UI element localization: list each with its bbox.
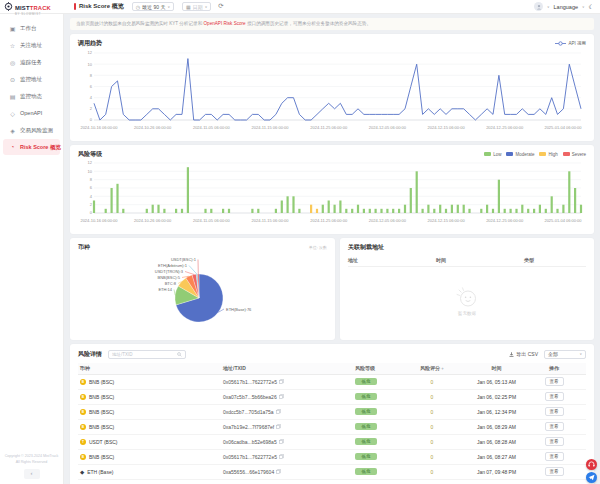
sidebar-item-risk-score-overview[interactable]: ◔Risk Score 概览: [3, 139, 60, 155]
svg-text:2024-11-05 06:00:00: 2024-11-05 06:00:00: [193, 125, 231, 130]
followed-addresses-icon: ☆: [9, 42, 16, 49]
address-text[interactable]: 0xa07c5b7...5b66bea26: [223, 394, 277, 400]
copy-icon[interactable]: [276, 469, 281, 474]
date-picker[interactable]: ▦ 日期 ∨: [182, 2, 211, 11]
risk-score: 0: [405, 439, 459, 445]
risk-score: 0: [405, 409, 459, 415]
monitored-addresses-icon: ⊙: [9, 76, 16, 83]
view-button[interactable]: 查看: [545, 467, 564, 476]
misttrack-app: MISTTRACK BY SLOWMIST Risk Score 概览 ◷ 最近…: [0, 0, 600, 484]
risk-details-card: 风险详情 导出 CSV: [70, 344, 594, 484]
sanctioned-addresses-title: 关联制裁地址: [348, 243, 384, 252]
details-column-header: 地址/TXID: [223, 365, 355, 371]
top-header: MISTTRACK BY SLOWMIST Risk Score 概览 ◷ 最近…: [0, 0, 600, 14]
legend-item-moderate[interactable]: Moderate: [506, 152, 534, 157]
address-text[interactable]: 0xa55656...66e179604: [223, 469, 274, 475]
svg-text:2024-12-05 06:00:00: 2024-12-05 06:00:00: [369, 218, 407, 223]
sidebar-item-monitoring-feed[interactable]: ▤监控动态: [3, 88, 60, 104]
filter-select[interactable]: 全部 ∨: [544, 350, 586, 359]
coin-icon: B: [80, 424, 86, 430]
time-range-select[interactable]: ◷ 最近 90 天 ∨: [132, 2, 174, 11]
svg-text:12: 12: [88, 160, 93, 165]
coin-name: ETH (Base): [87, 469, 113, 475]
svg-text:0: 0: [90, 117, 93, 122]
sidebar-item-followed-addresses[interactable]: ☆关注地址: [3, 37, 60, 53]
refresh-icon[interactable]: ⟳: [218, 3, 223, 10]
copy-icon[interactable]: [279, 379, 284, 384]
brand-name: MISTTRACK: [15, 5, 51, 11]
sidebar-item-openapi[interactable]: ◇OpenAPI: [3, 105, 60, 121]
empty-state-text: 暂无数据: [458, 311, 476, 316]
dark-mode-toggle-icon[interactable]: ☾: [589, 3, 594, 10]
copy-icon[interactable]: [276, 409, 281, 414]
details-column-header[interactable]: 风险评分▲▼: [405, 365, 459, 371]
sidebar-item-tracking-tasks[interactable]: ◎追踪任务: [3, 54, 60, 70]
address-text[interactable]: 0x05617b1...7622772e5: [223, 454, 277, 460]
address-text[interactable]: 0xa7b19e2...7f79687ef: [223, 424, 274, 430]
view-button[interactable]: 查看: [545, 437, 564, 446]
risk-level-card: 风险等级 LowModerateHighSevere 0246810122024…: [70, 145, 594, 234]
view-button[interactable]: 查看: [545, 452, 564, 461]
risk-score: 0: [405, 454, 459, 460]
pie-label: BNB(BSC):5: [158, 275, 181, 280]
table-row: ◆ETH (Base)0xa55656...66e179604低危0Jan 07…: [78, 465, 586, 480]
svg-text:2024-11-15 06:00:00: 2024-11-15 06:00:00: [252, 125, 290, 130]
view-button[interactable]: 查看: [545, 422, 564, 431]
row-time: Jan 07, 09:48 PM: [459, 469, 534, 475]
svg-text:2024-10-26 06:00:00: 2024-10-26 06:00:00: [134, 125, 172, 130]
coin-icon: B: [80, 394, 86, 400]
sidebar-item-label: 工作台: [20, 25, 37, 32]
search-icon[interactable]: [177, 352, 182, 357]
telegram-button[interactable]: [586, 472, 597, 483]
view-button[interactable]: 查看: [545, 392, 564, 401]
table-row: BBNB (BSC)0x05617b1...7622772e5低危0Jan 06…: [78, 375, 586, 390]
legend-item-high[interactable]: High: [539, 152, 557, 157]
sidebar-item-label: 关注地址: [20, 42, 42, 49]
openapi-risk-score-link[interactable]: OpenAPI Risk Score: [204, 21, 246, 26]
copy-icon[interactable]: [279, 439, 284, 444]
user-avatar[interactable]: [534, 2, 543, 11]
sanction-column-header: 地址: [348, 257, 436, 263]
svg-text:2: 2: [90, 202, 93, 207]
legend-swatch: [506, 152, 513, 156]
legend-item-severe[interactable]: Severe: [563, 152, 586, 157]
legend-item-low[interactable]: Low: [484, 152, 501, 157]
support-button[interactable]: [586, 459, 597, 470]
download-icon: [509, 352, 514, 357]
copy-icon[interactable]: [279, 454, 284, 459]
address-text[interactable]: 0x05617b1...7622772e5: [223, 379, 277, 385]
empty-state: 暂无数据: [348, 267, 586, 335]
copy-icon[interactable]: [276, 424, 281, 429]
pie-label: USDT(BSC):1: [171, 257, 197, 262]
address-text[interactable]: 0x06cadba...b52e698a5: [223, 439, 277, 445]
call-trend-card: 调用趋势 API 调用 0246810122024-10-16 06:00:00…: [70, 34, 594, 141]
view-button[interactable]: 查看: [545, 377, 564, 386]
table-row: BBNB (BSC)0xa07c5b7...5b66bea26低危0Jan 06…: [78, 390, 586, 405]
sidebar-item-monitored-addresses[interactable]: ⊙监控地址: [3, 71, 60, 87]
no-data-icon: [454, 285, 480, 309]
row-time: Jan 06, 08:29 AM: [459, 424, 534, 430]
svg-text:2024-11-05 06:00:00: 2024-11-05 06:00:00: [193, 218, 231, 223]
pie-label: BTC:8: [165, 281, 177, 286]
sidebar-item-workbench[interactable]: ▣工作台: [3, 20, 60, 36]
address-text[interactable]: 0xdcc5b7...705d1a75a: [223, 409, 274, 415]
sidebar-item-transaction-risk-monitoring[interactable]: ◈交易风险监测: [3, 122, 60, 138]
coin-icon: T: [80, 439, 86, 445]
search-input[interactable]: [112, 352, 177, 357]
language-selector[interactable]: Language: [554, 4, 578, 10]
copy-icon[interactable]: [279, 394, 284, 399]
chevron-down-icon[interactable]: ∨: [547, 5, 550, 9]
currency-card: 币种 单位: 次数 ETH(Base):76ETH:14BTC:8BNB(BSC…: [70, 238, 335, 340]
sort-icon[interactable]: ▲▼: [441, 368, 444, 371]
risk-score: 0: [405, 469, 459, 475]
sidebar-collapse-button[interactable]: ‹: [24, 469, 40, 479]
brand-logo[interactable]: MISTTRACK BY SLOWMIST: [0, 0, 64, 16]
api-call-legend[interactable]: API 调用: [555, 41, 586, 46]
legend-swatch: [484, 152, 491, 156]
view-button[interactable]: 查看: [545, 407, 564, 416]
chevron-down-icon: ∨: [579, 352, 582, 356]
table-row-partial: [78, 480, 586, 484]
export-csv-button[interactable]: 导出 CSV: [509, 351, 538, 357]
risk-level-badge: 低危: [355, 393, 377, 400]
details-column-header: 风险等级: [355, 365, 405, 371]
